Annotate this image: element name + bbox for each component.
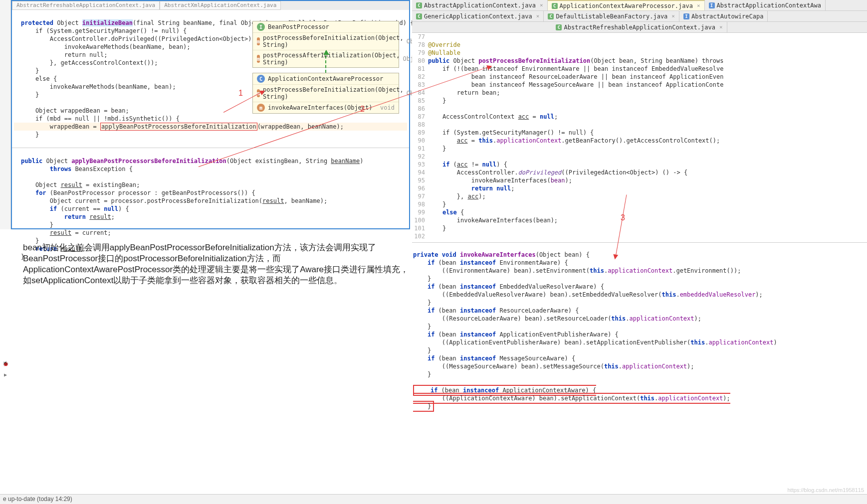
inheritance-arrow-icon [325,51,326,73]
class-icon: C [257,75,265,83]
method-icon: m [257,55,260,63]
right-tab-row-3: CAbstractRefreshableApplicationContext.j… [412,22,867,33]
annotation-label-1: 1 [238,89,243,98]
close-icon[interactable]: × [536,13,540,19]
highlighted-app-context-aware-block: if (bean instanceof ApplicationContextAw… [413,385,730,412]
tab-abstract-autowire[interactable]: IAbstractAutowireCapa [679,11,768,22]
run-icon[interactable]: ▶ [0,372,11,383]
tab-default-listable[interactable]: CDefaultListableBeanFactory.java× [544,11,679,22]
watermark-text: https://blog.csdn.net/m1958115 [788,487,865,493]
hierarchy-popup-class: CApplicationContextAwareProcessor mpostP… [252,73,399,114]
tab-abstract-refreshable[interactable]: AbstractRefreshableApplicationContext.ja… [12,1,160,10]
tab-abstract-refreshable[interactable]: CAbstractRefreshableApplicationContext.j… [552,22,727,33]
tab-abstract-xml[interactable]: AbstractXmlApplicationContext.java [160,1,281,10]
status-bar: e up-to-date (today 14:29) [0,494,867,504]
method-icon: m [257,104,265,112]
right-code-lower[interactable]: private void invokeAwareInterfaces(Objec… [412,242,867,418]
tab-generic-app-context[interactable]: CGenericApplicationContext.java× [412,11,544,22]
method-icon: m [257,37,260,45]
left-gutter-tabs [0,0,11,229]
right-tab-row-2: CGenericApplicationContext.java× CDefaul… [412,11,867,22]
close-icon[interactable]: × [671,13,675,19]
left-tab-bar: AbstractRefreshableApplicationContext.ja… [12,1,409,10]
explanation-paragraph: bean初始化之前会调用applyBeanPostProcessorBefore… [23,242,417,286]
line-numbers: 7778798081828384858687888990919293949596… [412,33,428,240]
apply-bpp-call[interactable]: applyBeanPostProcessorsBeforeInitializat… [100,123,257,131]
right-editor-pane: CAbstractApplicationContext.java× CAppli… [412,0,867,414]
close-icon[interactable]: × [540,2,543,8]
tab-abstract-app-context-awa[interactable]: IAbstractApplicationContextAwa [705,0,826,11]
interface-icon: I [257,23,265,31]
debug-toolbar: 🐞 ▶ [0,361,11,383]
right-code-upper[interactable]: 7778798081828384858687888990919293949596… [412,33,867,240]
tab-app-context-aware-processor[interactable]: CApplicationContextAwareProcessor.java× [548,0,705,11]
bug-icon[interactable]: 🐞 [0,361,11,372]
close-icon[interactable]: × [719,24,723,30]
tab-abstract-app-context[interactable]: CAbstractApplicationContext.java× [412,0,548,11]
close-icon[interactable]: × [697,2,700,9]
right-tab-row-1: CAbstractApplicationContext.java× CAppli… [412,0,867,11]
